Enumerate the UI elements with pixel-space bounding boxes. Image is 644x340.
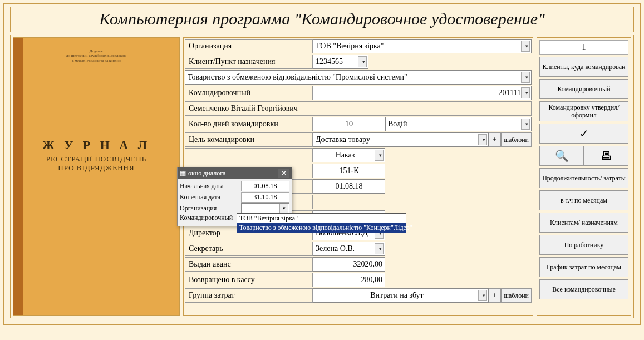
cost-group-templates-button[interactable]: шаблони: [501, 288, 532, 303]
btn-confirm[interactable]: ✓: [539, 124, 628, 144]
secretary-select[interactable]: Зелена О.В.: [313, 242, 385, 256]
secretary-label: Секретарь: [185, 242, 313, 256]
btn-duration-costs[interactable]: Продолжительность/ затраты: [539, 168, 628, 188]
client-code-select[interactable]: 1234565: [313, 55, 368, 69]
client-full-select[interactable]: Товариство з обмеженою відповідальністю …: [185, 70, 532, 85]
print-icon: 🖶: [601, 149, 612, 162]
dropdown-option[interactable]: ТОВ "Вечірня зірка": [237, 214, 406, 223]
cover-top-1: Додаток: [13, 49, 179, 53]
order-num-input[interactable]: 151-К: [313, 164, 385, 178]
cost-group-add-button[interactable]: +: [489, 288, 501, 303]
dlg-org-label: Организация: [180, 204, 241, 213]
cost-group-label: Группа затрат: [185, 288, 313, 303]
btn-by-months[interactable]: в т.ч по месяцам: [539, 190, 628, 210]
days-label: Кол-во дней командировки: [185, 117, 313, 131]
dlg-end-input[interactable]: 31.10.18: [241, 192, 289, 203]
btn-print[interactable]: 🖶: [584, 146, 628, 166]
purpose-add-button[interactable]: +: [489, 132, 501, 147]
journal-cover-panel: Додаток до інструкції службових відрядже…: [13, 37, 180, 316]
cost-group-select[interactable]: Витрати на збут: [313, 288, 489, 303]
form-icon: ▦: [180, 169, 186, 178]
hidden-label-1: [185, 148, 313, 162]
trip-person-num-select[interactable]: 201111: [313, 86, 532, 100]
btn-person[interactable]: Командировочный: [539, 79, 628, 99]
cover-sub2: ПРО ВІДРЯДЖЕННЯ: [13, 164, 179, 173]
org-dropdown-list[interactable]: ТОВ "Вечірня зірка" Товариство з обмежен…: [237, 213, 406, 233]
org-label: Организация: [185, 39, 313, 53]
purpose-templates-button[interactable]: шаблони: [501, 132, 532, 147]
btn-all-trips[interactable]: Все командировочные: [539, 279, 628, 299]
dlg-start-label: Начальная дата: [180, 182, 241, 190]
btn-by-clients[interactable]: Клиентам/ назначениям: [539, 213, 628, 233]
sidebar: 1 Клиенты, куда командирован Командирово…: [537, 37, 631, 316]
dlg-end-label: Конечная дата: [180, 193, 241, 201]
btn-cost-chart[interactable]: График затрат по месяцам: [539, 257, 628, 277]
btn-search[interactable]: 🔍: [539, 146, 584, 166]
dlg-person-label: Командировочный: [180, 214, 241, 222]
advance-label: Выдан аванс: [185, 257, 313, 272]
dropdown-option-selected[interactable]: Товариство з обмеженою відповідальністю …: [237, 223, 406, 233]
days-input[interactable]: 10: [313, 117, 385, 131]
btn-clients[interactable]: Клиенты, куда командирован: [539, 57, 628, 77]
btn-approved[interactable]: Командировку утвердил/оформил: [539, 101, 628, 121]
org-select[interactable]: ТОВ "Вечірня зірка": [313, 39, 532, 53]
cover-sub1: РЕЄСТРАЦІЇ ПОСВІДЧЕНЬ: [13, 155, 179, 164]
dlg-org-select[interactable]: [241, 203, 289, 213]
dialog-close-button[interactable]: ✕: [278, 169, 289, 178]
purpose-label: Цель командировки: [185, 132, 313, 147]
check-icon: ✓: [579, 127, 589, 140]
position-select[interactable]: Водій: [385, 117, 532, 131]
returned-label: Возвращено в кассу: [185, 273, 313, 287]
order-date-input[interactable]: 01.08.18: [313, 179, 385, 194]
client-label: Клиент/Пункт назначения: [185, 55, 313, 69]
search-icon: 🔍: [555, 149, 569, 162]
trip-person-name: Семенченко Віталій Георгійович: [185, 101, 532, 116]
advance-input[interactable]: 32020,00: [313, 257, 385, 272]
dialog-title: окно диалога: [188, 169, 225, 178]
cover-title: Ж У Р Н А Л: [13, 138, 179, 152]
page-title: Компьютерная программа "Командировочное …: [10, 7, 634, 32]
purpose-select[interactable]: Доставка товару: [313, 132, 489, 147]
cover-top-3: в межах України та за кордон: [13, 58, 179, 63]
cover-top-2: до інструкції службових відряджень: [13, 53, 179, 58]
returned-input[interactable]: 280,00: [313, 273, 385, 287]
dlg-start-input[interactable]: 01.08.18: [241, 181, 289, 191]
record-number: 1: [539, 40, 628, 55]
order-type-select[interactable]: Наказ: [313, 148, 385, 162]
trip-person-label: Командировочный: [185, 86, 313, 100]
btn-by-worker[interactable]: По работнику: [539, 235, 628, 255]
